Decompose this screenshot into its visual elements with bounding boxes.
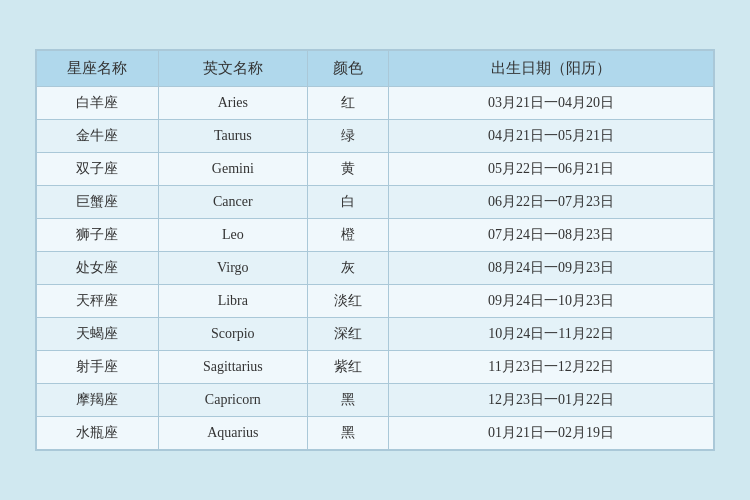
table-row: 天蝎座Scorpio深红10月24日一11月22日 <box>37 318 714 351</box>
cell-date: 10月24日一11月22日 <box>389 318 714 351</box>
cell-color: 淡红 <box>307 285 388 318</box>
cell-date: 11月23日一12月22日 <box>389 351 714 384</box>
cell-color: 紫红 <box>307 351 388 384</box>
cell-color: 灰 <box>307 252 388 285</box>
cell-chinese: 天蝎座 <box>37 318 159 351</box>
cell-english: Aries <box>158 87 307 120</box>
cell-chinese: 摩羯座 <box>37 384 159 417</box>
cell-date: 05月22日一06月21日 <box>389 153 714 186</box>
cell-date: 09月24日一10月23日 <box>389 285 714 318</box>
cell-chinese: 金牛座 <box>37 120 159 153</box>
cell-english: Leo <box>158 219 307 252</box>
table-row: 水瓶座Aquarius黑01月21日一02月19日 <box>37 417 714 450</box>
cell-chinese: 双子座 <box>37 153 159 186</box>
cell-chinese: 处女座 <box>37 252 159 285</box>
cell-date: 06月22日一07月23日 <box>389 186 714 219</box>
table-row: 白羊座Aries红03月21日一04月20日 <box>37 87 714 120</box>
cell-chinese: 水瓶座 <box>37 417 159 450</box>
cell-date: 04月21日一05月21日 <box>389 120 714 153</box>
header-date: 出生日期（阳历） <box>389 51 714 87</box>
header-color: 颜色 <box>307 51 388 87</box>
cell-date: 07月24日一08月23日 <box>389 219 714 252</box>
table-row: 巨蟹座Cancer白06月22日一07月23日 <box>37 186 714 219</box>
cell-chinese: 射手座 <box>37 351 159 384</box>
cell-color: 黄 <box>307 153 388 186</box>
header-chinese: 星座名称 <box>37 51 159 87</box>
table-row: 摩羯座Capricorn黑12月23日一01月22日 <box>37 384 714 417</box>
cell-english: Cancer <box>158 186 307 219</box>
cell-english: Gemini <box>158 153 307 186</box>
cell-color: 深红 <box>307 318 388 351</box>
cell-english: Scorpio <box>158 318 307 351</box>
cell-date: 12月23日一01月22日 <box>389 384 714 417</box>
header-english: 英文名称 <box>158 51 307 87</box>
table-row: 金牛座Taurus绿04月21日一05月21日 <box>37 120 714 153</box>
zodiac-table-container: 星座名称 英文名称 颜色 出生日期（阳历） 白羊座Aries红03月21日一04… <box>35 49 715 451</box>
cell-color: 黑 <box>307 417 388 450</box>
cell-date: 08月24日一09月23日 <box>389 252 714 285</box>
cell-color: 绿 <box>307 120 388 153</box>
cell-english: Capricorn <box>158 384 307 417</box>
table-row: 双子座Gemini黄05月22日一06月21日 <box>37 153 714 186</box>
cell-english: Libra <box>158 285 307 318</box>
cell-chinese: 天秤座 <box>37 285 159 318</box>
table-header-row: 星座名称 英文名称 颜色 出生日期（阳历） <box>37 51 714 87</box>
zodiac-table: 星座名称 英文名称 颜色 出生日期（阳历） 白羊座Aries红03月21日一04… <box>36 50 714 450</box>
cell-english: Aquarius <box>158 417 307 450</box>
table-row: 狮子座Leo橙07月24日一08月23日 <box>37 219 714 252</box>
cell-date: 01月21日一02月19日 <box>389 417 714 450</box>
cell-chinese: 巨蟹座 <box>37 186 159 219</box>
cell-chinese: 白羊座 <box>37 87 159 120</box>
cell-english: Taurus <box>158 120 307 153</box>
cell-color: 橙 <box>307 219 388 252</box>
cell-date: 03月21日一04月20日 <box>389 87 714 120</box>
table-row: 天秤座Libra淡红09月24日一10月23日 <box>37 285 714 318</box>
cell-english: Virgo <box>158 252 307 285</box>
cell-color: 黑 <box>307 384 388 417</box>
table-row: 处女座Virgo灰08月24日一09月23日 <box>37 252 714 285</box>
cell-chinese: 狮子座 <box>37 219 159 252</box>
cell-color: 红 <box>307 87 388 120</box>
cell-color: 白 <box>307 186 388 219</box>
table-row: 射手座Sagittarius紫红11月23日一12月22日 <box>37 351 714 384</box>
cell-english: Sagittarius <box>158 351 307 384</box>
